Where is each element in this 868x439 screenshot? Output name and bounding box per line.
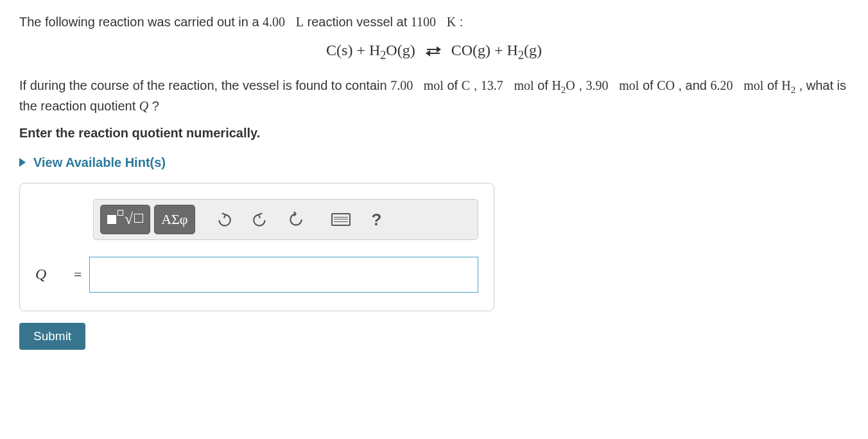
eq-lhs2-tail: O(g) <box>386 42 415 58</box>
reaction-equation: C(s) + H2O(g) CO(g) + H2(g) <box>19 40 849 64</box>
eq-rhs2-sub: 2 <box>518 49 524 62</box>
eq-rhs2-tail: (g) <box>524 42 542 58</box>
help-button[interactable]: ? <box>361 205 393 234</box>
eq-lhs1: C(s) <box>326 42 352 58</box>
problem-intro: The following reaction was carried out i… <box>19 13 849 31</box>
mol-unit-3: mol <box>619 78 639 92</box>
eq-lhs2-sub: 2 <box>380 49 386 62</box>
mol-unit-1: mol <box>424 78 444 92</box>
problem-body: If during the course of the reaction, th… <box>19 76 849 115</box>
equals-sign: = <box>74 265 82 285</box>
sym-h2-sub: 2 <box>791 85 796 95</box>
mol-h2-val: 6.20 <box>711 78 733 92</box>
redo-button[interactable] <box>244 205 276 234</box>
equation-toolbar: √ ΑΣφ ? <box>93 199 478 240</box>
greek-symbols-button[interactable]: ΑΣφ <box>154 205 195 234</box>
mol-unit-4: mol <box>743 78 763 92</box>
intro-text-b: reaction vessel at <box>308 15 411 29</box>
mol-h2o-val: 13.7 <box>481 78 503 92</box>
undo-button[interactable] <box>208 205 240 234</box>
sym-h2o-tail: O <box>566 78 575 92</box>
sym-h2o-base: H <box>551 78 560 92</box>
chevron-right-icon <box>19 158 26 167</box>
answer-row: Q = <box>35 257 478 293</box>
submit-button[interactable]: Submit <box>19 323 85 350</box>
answer-input[interactable] <box>89 257 478 293</box>
and: and <box>686 78 711 92</box>
submit-label: Submit <box>33 329 71 343</box>
sep-2: , <box>578 78 586 92</box>
hints-label: View Available Hint(s) <box>33 153 166 171</box>
answer-variable-label: Q <box>35 264 74 286</box>
answer-panel: √ ΑΣφ ? Q = <box>19 183 494 311</box>
sym-h2o-sub: 2 <box>561 85 566 95</box>
eq-plus2: + <box>494 42 507 58</box>
equilibrium-arrow-icon <box>427 47 440 56</box>
temperature-value: 1100 <box>411 15 436 29</box>
sym-h2-base: H <box>781 78 790 92</box>
reset-icon <box>288 211 304 228</box>
volume-value: 4.00 <box>263 15 285 29</box>
instruction-text: Enter the reaction quotient numerically. <box>19 124 849 142</box>
mol-unit-2: mol <box>514 78 534 92</box>
temperature-unit: K <box>447 15 456 29</box>
undo-icon <box>216 211 232 228</box>
math-templates-button[interactable]: √ <box>100 205 150 234</box>
intro-text-c: : <box>460 15 464 29</box>
mol-co-val: 3.90 <box>586 78 609 92</box>
sep-1: , <box>474 78 481 92</box>
body-suffix-b: ? <box>152 99 159 113</box>
redo-icon <box>252 211 268 228</box>
of-4: of <box>767 78 781 92</box>
intro-text-a: The following reaction was carried out i… <box>19 15 263 29</box>
of-3: of <box>643 78 657 92</box>
of-2: of <box>537 78 551 92</box>
sym-co: CO <box>657 78 675 92</box>
of-1: of <box>447 78 462 92</box>
help-label: ? <box>372 208 382 231</box>
greek-label: ΑΣφ <box>161 210 187 230</box>
sep-3: , <box>678 78 685 92</box>
body-prefix: If during the course of the reaction, th… <box>19 78 390 92</box>
eq-rhs1: CO(g) <box>451 42 490 58</box>
mol-c-val: 7.00 <box>390 78 413 92</box>
keyboard-button[interactable] <box>325 205 357 234</box>
eq-lhs2-base: H <box>369 42 380 58</box>
eq-plus1: + <box>356 42 369 58</box>
eq-rhs2-base: H <box>507 42 518 58</box>
math-template-icon: √ <box>107 209 143 230</box>
sym-c: C <box>462 78 470 92</box>
reset-button[interactable] <box>280 205 312 234</box>
q-symbol: Q <box>139 99 148 113</box>
keyboard-icon <box>331 213 351 226</box>
volume-unit: L <box>296 15 304 29</box>
view-hints-toggle[interactable]: View Available Hint(s) <box>19 153 849 171</box>
